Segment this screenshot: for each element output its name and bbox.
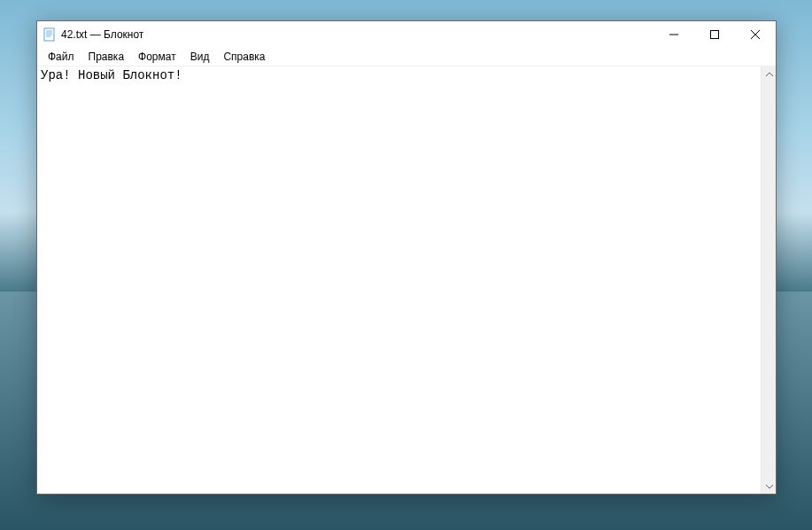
close-icon	[751, 30, 760, 39]
notepad-window: 42.txt — Блокнот Файл Правка	[36, 20, 777, 495]
window-title: 42.txt — Блокнот	[61, 28, 653, 41]
titlebar[interactable]: 42.txt — Блокнот	[37, 21, 776, 48]
svg-rect-6	[711, 31, 719, 39]
menu-file[interactable]: Файл	[41, 49, 81, 65]
scroll-down-arrow[interactable]	[762, 479, 777, 494]
minimize-button[interactable]	[653, 21, 694, 48]
menubar: Файл Правка Формат Вид Справка	[37, 48, 776, 66]
menu-help[interactable]: Справка	[216, 49, 272, 65]
scroll-up-arrow[interactable]	[762, 66, 777, 82]
maximize-icon	[710, 30, 719, 39]
vertical-scrollbar[interactable]	[761, 66, 776, 494]
menu-edit[interactable]: Правка	[81, 49, 132, 65]
text-editor[interactable]	[37, 66, 761, 494]
notepad-icon	[43, 27, 57, 42]
window-controls	[653, 21, 776, 48]
menu-view[interactable]: Вид	[183, 49, 217, 65]
minimize-icon	[669, 30, 678, 39]
desktop-background: 42.txt — Блокнот Файл Правка	[0, 0, 812, 530]
chevron-down-icon	[766, 484, 773, 489]
editor-area	[37, 66, 776, 494]
close-button[interactable]	[735, 21, 776, 48]
maximize-button[interactable]	[694, 21, 735, 48]
chevron-up-icon	[766, 72, 773, 77]
menu-format[interactable]: Формат	[131, 49, 183, 65]
